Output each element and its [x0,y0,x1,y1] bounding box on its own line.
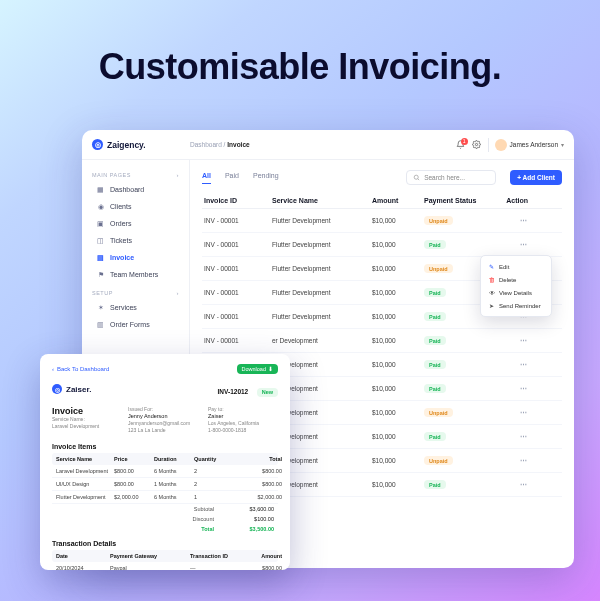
back-link[interactable]: ‹Back To Dashboard [52,366,109,372]
ih-price: Price [114,456,154,462]
invoice-icon: ▤ [96,253,105,262]
item-total: $800.00 [234,468,282,474]
cell-invoice-id: INV - 00001 [204,241,272,248]
cell-amount: $10,000 [372,361,424,368]
user-name: James Anderson [510,141,558,148]
item-name: Laravel Development [56,468,114,474]
trash-icon: 🗑 [488,276,495,283]
download-button[interactable]: Download⬇ [237,364,278,374]
cell-amount: $10,000 [372,241,424,248]
table-row: INV - 00001Flutter Development$10,000Unp… [202,209,562,233]
tab-all[interactable]: All [202,172,211,184]
cell-service: er Development [272,337,372,344]
row-actions-button[interactable]: ⋯ [494,481,528,489]
ih-duration: Duration [154,456,194,462]
invoice-title: Invoice [52,406,128,416]
row-actions-button[interactable]: ⋯ [494,409,528,417]
action-view[interactable]: 👁View Details [485,286,547,299]
sidebar-item-label: Order Forms [110,321,150,328]
table-row: INV - 00001Flutter Development$10,000Pai… [202,233,562,257]
th-amount: Amount [246,553,282,559]
ih-name: Service Name [56,456,114,462]
action-send[interactable]: ➤Send Reminder [485,299,547,312]
item-price: $800.00 [114,481,154,487]
tab-paid[interactable]: Paid [225,172,239,183]
cell-invoice-id: INV - 00001 [204,217,272,224]
th-status: Payment Status [424,197,494,204]
row-actions-button[interactable]: ⋯ [494,433,528,441]
sidebar-item-services[interactable]: ✶Services [92,300,179,315]
cell-status: Paid [424,240,494,249]
notification-bell-icon[interactable]: 1 [456,140,466,150]
notification-count-badge: 1 [461,138,468,145]
grid-icon: ▦ [96,185,105,194]
transaction-row: 20/10/2024 Paypal — $800.00 [52,562,278,570]
download-label: Download [242,366,266,372]
status-badge: Unpaid [424,456,453,465]
actions-popover: ✎Edit🗑Delete👁View Details➤Send Reminder [480,255,552,317]
cell-amount: $10,000 [372,337,424,344]
sidebar-item-invoice[interactable]: ▤Invoice [92,250,179,265]
status-badge: Paid [424,312,446,321]
download-icon: ⬇ [268,366,273,372]
row-actions-button[interactable]: ⋯ [494,217,528,225]
sidebar-item-dashboard[interactable]: ▦Dashboard [92,182,179,197]
cell-invoice-id: INV - 00001 [204,265,272,272]
row-actions-button[interactable]: ⋯ [494,361,528,369]
settings-gear-icon[interactable] [472,140,482,150]
tr-tid: — [190,565,246,570]
tab-pending[interactable]: Pending [253,172,279,183]
status-badge: Paid [424,432,446,441]
avatar-icon [495,139,507,151]
breadcrumb: Dashboard / Invoice [190,141,250,148]
issued-addr: 123 La La Lande [128,427,208,434]
payto-name: Zaiser [208,413,278,420]
gear-icon: ✶ [96,303,105,312]
cell-status: Paid [424,336,494,345]
row-actions-button[interactable]: ⋯ [494,457,528,465]
action-edit[interactable]: ✎Edit [485,260,547,273]
ih-qty: Quantity [194,456,234,462]
search-input[interactable]: Search here... [406,170,496,185]
svg-point-0 [475,143,477,145]
row-actions-button[interactable]: ⋯ [494,337,528,345]
breadcrumb-current: Invoice [227,141,249,148]
sidebar-item-tickets[interactable]: ◫Tickets [92,233,179,248]
sidebar-section-setup: SETUP› [92,290,179,296]
cell-status: Unpaid [424,216,494,225]
chevron-right-icon[interactable]: › [177,172,180,178]
breadcrumb-root[interactable]: Dashboard [190,141,222,148]
row-actions-button[interactable]: ⋯ [494,385,528,393]
table-row: INV - 00001er Development$10,000Paid⋯ [202,329,562,353]
th-gateway: Payment Gateway [110,553,190,559]
user-menu[interactable]: James Anderson ▾ [495,139,564,151]
status-badge: Unpaid [424,216,453,225]
chevron-down-icon: ▾ [561,141,564,148]
sidebar-item-order-forms[interactable]: ▥Order Forms [92,317,179,332]
sidebar-item-clients[interactable]: ◉Clients [92,199,179,214]
user-icon: ◉ [96,202,105,211]
sidebar-item-label: Team Members [110,271,158,278]
search-icon [413,174,420,181]
sidebar-item-label: Invoice [110,254,134,261]
ticket-icon: ◫ [96,236,105,245]
invoice-brand-logo-icon: ◎ [52,384,62,394]
sidebar-item-team[interactable]: ⚑Team Members [92,267,179,282]
team-icon: ⚑ [96,270,105,279]
chevron-right-icon[interactable]: › [177,290,180,296]
th-action: Action [494,197,528,204]
item-total: $2,000.00 [234,494,282,500]
item-price: $2,000.00 [114,494,154,500]
th-service: Service Name [272,197,372,204]
issued-for-label: Issued For: [128,406,208,412]
sidebar-item-orders[interactable]: ▣Orders [92,216,179,231]
cell-amount: $10,000 [372,289,424,296]
add-client-button[interactable]: + Add Client [510,170,562,185]
form-icon: ▥ [96,320,105,329]
invoice-window: ‹Back To Dashboard Download⬇ ◎ Zaiser. I… [40,354,290,570]
divider [488,138,489,152]
items-header: Service Name Price Duration Quantity Tot… [52,453,278,465]
action-delete[interactable]: 🗑Delete [485,273,547,286]
row-actions-button[interactable]: ⋯ [494,241,528,249]
cell-amount: $10,000 [372,457,424,464]
